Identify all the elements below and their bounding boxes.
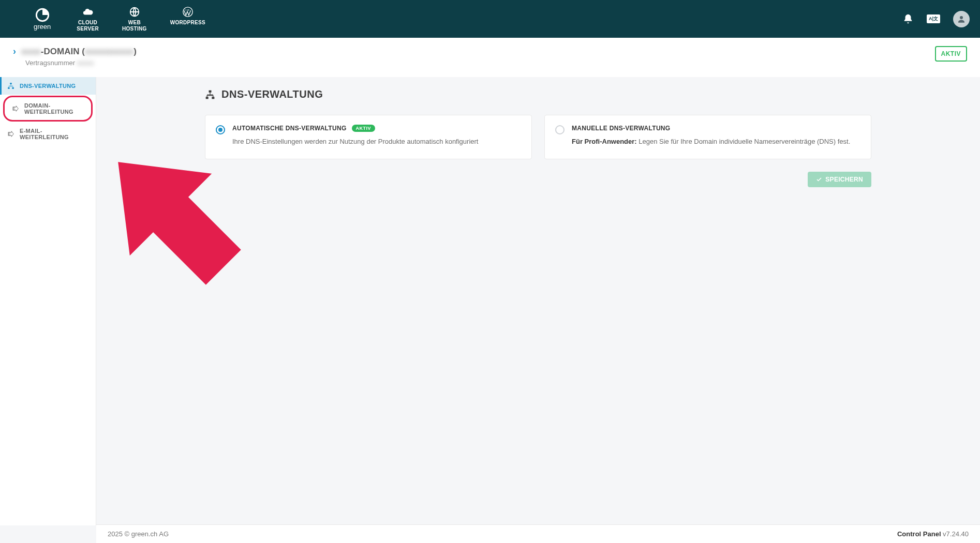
nav-web-hosting[interactable]: WEB HOSTING [122, 6, 147, 32]
sidebar-item-label: DNS-VERWALTUNG [20, 83, 76, 89]
nav-items: CLOUD SERVER WEB HOSTING WORDPRESS [77, 6, 205, 32]
nav-wordpress[interactable]: WORDPRESS [170, 6, 205, 32]
svg-rect-11 [212, 97, 214, 99]
active-badge: AKTIV [352, 125, 376, 132]
title-suffix: ) [133, 47, 137, 57]
breadcrumb: › xxxx -DOMAIN ( xxxxxxxxxx ) Vertragsnu… [0, 38, 980, 77]
content: DNS-VERWALTUNG AUTOMATISCHE DNS-VERWALTU… [96, 77, 980, 525]
avatar[interactable] [953, 11, 970, 27]
page-title: DNS-VERWALTUNG [205, 88, 871, 100]
sidebar-item-domain-weiterleitung[interactable]: DOMAIN-WEITERLEITUNG [3, 96, 93, 122]
breadcrumb-subtitle: Vertragsnummer xxxxx [25, 59, 137, 67]
card-auto-dns[interactable]: AUTOMATISCHE DNS-VERWALTUNG AKTIV Ihre D… [205, 115, 532, 159]
svg-rect-10 [206, 97, 209, 99]
svg-rect-4 [10, 83, 12, 84]
main: DNS-VERWALTUNG DOMAIN-WEITERLEITUNG E-MA… [0, 77, 980, 525]
sitemap-icon [205, 89, 215, 100]
card-desc: Ihre DNS-Einstellungen werden zur Nutzun… [232, 137, 521, 146]
header-right: A|文 [902, 11, 970, 27]
card-title: AUTOMATISCHE DNS-VERWALTUNG [232, 125, 347, 132]
breadcrumb-title: › xxxx -DOMAIN ( xxxxxxxxxx ) [13, 46, 137, 57]
chevron-right-icon[interactable]: › [13, 46, 16, 57]
svg-rect-8 [8, 132, 10, 136]
globe-icon [129, 6, 140, 18]
footer-copyright: 2025 © green.ch AG [108, 530, 169, 538]
sidebar-item-email-weiterleitung[interactable]: E-MAIL-WEITERLEITUNG [0, 123, 96, 145]
save-button[interactable]: SPEICHERN [808, 172, 871, 187]
svg-rect-9 [209, 90, 212, 92]
radio-auto[interactable] [216, 125, 225, 134]
share-icon [12, 105, 19, 112]
contract-number-redacted: xxxxx [77, 59, 94, 67]
sidebar-item-dns-verwaltung[interactable]: DNS-VERWALTUNG [0, 77, 96, 95]
footer-version: Control Panel v7.24.40 [897, 530, 969, 538]
bell-icon[interactable] [902, 13, 914, 25]
app-header: green CLOUD SERVER WEB HOSTING WORDPRESS… [0, 0, 980, 38]
footer: 2025 © green.ch AG Control Panel v7.24.4… [96, 524, 980, 543]
domain-value-redacted: xxxxxxxxxx [85, 47, 134, 57]
sitemap-icon [7, 82, 14, 89]
status-badge: AKTIV [935, 46, 968, 62]
title-prefix: -DOMAIN ( [41, 47, 85, 57]
sidebar-item-label: DOMAIN-WEITERLEITUNG [24, 102, 84, 115]
domain-name-redacted: xxxx [21, 47, 41, 57]
card-title: MANUELLE DNS-VERWALTUNG [572, 125, 670, 132]
page-title-text: DNS-VERWALTUNG [221, 88, 323, 100]
nav-label: WORDPRESS [170, 20, 205, 26]
nav-label: WEB HOSTING [122, 20, 147, 32]
share-icon [7, 130, 14, 138]
sidebar-item-label: E-MAIL-WEITERLEITUNG [20, 128, 88, 140]
svg-rect-5 [8, 87, 9, 89]
sidebar: DNS-VERWALTUNG DOMAIN-WEITERLEITUNG E-MA… [0, 77, 96, 525]
cloud-icon [82, 6, 94, 18]
wordpress-icon [182, 6, 194, 18]
card-manual-dns[interactable]: MANUELLE DNS-VERWALTUNG Für Profi-Anwend… [544, 115, 871, 159]
svg-rect-6 [12, 87, 14, 89]
user-icon [957, 14, 966, 24]
save-row: SPEICHERN [205, 172, 871, 187]
dns-mode-cards: AUTOMATISCHE DNS-VERWALTUNG AKTIV Ihre D… [205, 115, 871, 159]
logo-text: green [34, 23, 51, 31]
svg-point-3 [960, 16, 963, 19]
svg-rect-7 [12, 107, 15, 111]
logo[interactable]: green [34, 8, 51, 31]
nav-label: CLOUD SERVER [77, 20, 99, 32]
save-button-label: SPEICHERN [825, 176, 863, 183]
check-icon [816, 176, 822, 183]
nav-cloud-server[interactable]: CLOUD SERVER [77, 6, 99, 32]
logo-icon [35, 8, 50, 22]
radio-manual[interactable] [555, 125, 565, 134]
card-desc: Für Profi-Anwender: Legen Sie für Ihre D… [572, 137, 860, 146]
language-switcher[interactable]: A|文 [927, 14, 940, 23]
